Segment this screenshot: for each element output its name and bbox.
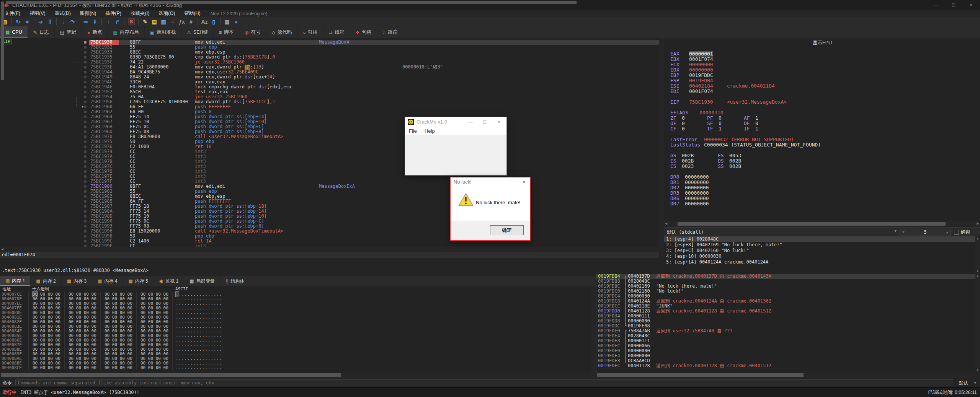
breakpoint-gutter[interactable]	[0, 109, 89, 114]
disassembly-pane[interactable]: EIP ► 75BC19308BFFmov edi,ediMessageBoxA…	[0, 38, 659, 247]
argument-row[interactable]: 4: [esp+10] 00000030	[664, 254, 980, 259]
breakpoint-gutter[interactable]	[0, 104, 89, 109]
breakpoint-gutter[interactable]	[0, 189, 89, 194]
crackme-minimize-button[interactable]: —	[463, 117, 477, 127]
disasm-hscrollbar-thumb[interactable]	[6, 1, 577, 4]
breakpoint-gutter[interactable]	[0, 234, 89, 239]
breakpoint-gutter[interactable]	[0, 229, 89, 234]
breakpoint-gutter[interactable]	[0, 60, 89, 65]
crackme-close-button[interactable]: ×	[492, 117, 506, 127]
stack-row[interactable]: 0019FDB4┌0040137D返回到 crackme.0040137D 自 …	[596, 274, 976, 279]
register-row[interactable]: DR300000000	[664, 190, 980, 196]
crackme-titlebar[interactable]: CrackMe v1.0 —□×	[405, 117, 506, 127]
restart-icon[interactable]: ↻	[13, 18, 23, 26]
tab-symbols[interactable]: ◎符号	[239, 26, 266, 38]
stack-vscrollbar[interactable]: ▲ ▼	[975, 274, 980, 373]
breakpoint-gutter[interactable]	[0, 139, 89, 144]
show-fpu-button[interactable]: 显示FPU	[664, 40, 980, 46]
menu-item[interactable]: 插件(P)	[101, 10, 126, 17]
register-row[interactable]: ZF0PF0AF1	[664, 116, 980, 121]
tab-log[interactable]: ✎日志	[28, 26, 55, 38]
argument-row[interactable]: 5: [esp+14] 0040124A crackme.0040124A	[664, 259, 980, 265]
step-into-icon[interactable]: ↓	[59, 18, 68, 26]
breakpoint-gutter[interactable]	[0, 204, 89, 209]
register-row[interactable]: ESI00402184crackme.00402184	[664, 83, 980, 89]
breakpoint-gutter[interactable]	[0, 40, 89, 45]
stop-icon[interactable]: ■	[23, 18, 32, 26]
breakpoint-gutter[interactable]	[0, 244, 89, 247]
register-row[interactable]: CS0023SS002B	[664, 164, 980, 169]
preferences-icon[interactable]: ●	[232, 18, 241, 26]
breakpoint-gutter[interactable]	[0, 174, 89, 179]
menu-item[interactable]: 收藏夹(I)	[126, 10, 154, 17]
breakpoint-gutter[interactable]	[0, 45, 89, 50]
attach-icon[interactable]: ▯	[209, 18, 218, 26]
breakpoint-gutter[interactable]	[0, 85, 89, 89]
breakpoint-gutter[interactable]	[0, 114, 89, 119]
stack-row[interactable]: 0019FDD0│00401128返回到 crackme.00401128 自 …	[596, 309, 976, 314]
arguments-vscrollbar[interactable]: ▲ ▼	[975, 236, 980, 274]
tab-threads[interactable]: ⇉线程	[323, 26, 350, 38]
tab-memory-map[interactable]: ▦内存布局	[108, 26, 144, 38]
crackme-maximize-button[interactable]: □	[477, 117, 492, 127]
argument-count-spinner[interactable]: ▼ 5 ▲	[900, 229, 951, 236]
register-row[interactable]: LastStatusC0000034 (STATUS_OBJECT_NAME_N…	[664, 142, 980, 148]
stack-row[interactable]: 0019FDC8│0040124A返回到 crackme.0040124A 自 …	[596, 299, 976, 304]
tab-seh[interactable]: ⚠SEH链	[181, 26, 214, 38]
breakpoint-gutter[interactable]	[0, 65, 89, 70]
stack-row[interactable]: 0019FDC0│00402160"No luck!"	[596, 289, 976, 294]
register-row[interactable]: OF0SF0DF0	[664, 121, 980, 126]
stack-row[interactable]: 0019FDE0┌75B847AB返回到 user32.75B847AB 自 ?…	[596, 329, 976, 334]
breakpoint-gutter[interactable]	[0, 209, 89, 214]
register-row[interactable]: DR200000000	[664, 185, 980, 190]
no-luck-dialog[interactable]: No luck! × No luck there, mate! 确定	[450, 177, 531, 241]
register-row[interactable]: EDI0001F074	[664, 89, 980, 94]
stack-row[interactable]: 0019FDCC│0040218E"JUNK"	[596, 304, 976, 309]
dump-hscrollbar-thumb[interactable]	[1, 373, 341, 377]
registers-pane[interactable]: 显示FPU EAX00000001EBX0001F074ECX00000000E…	[664, 38, 980, 227]
command-input[interactable]	[15, 379, 953, 386]
trace-coverage-icon[interactable]: ≡	[168, 18, 177, 26]
breakpoint-gutter[interactable]	[0, 179, 89, 184]
dump-vscrollbar[interactable]	[591, 286, 596, 373]
stack-row[interactable]: 0019FDFC00401128返回到 crackme.00401128 自 c…	[596, 363, 976, 368]
breakpoint-gutter[interactable]	[0, 99, 89, 104]
hash-icon[interactable]: #	[186, 18, 196, 26]
breakpoint-gutter[interactable]	[0, 70, 89, 75]
disasm-vscrollbar[interactable]	[659, 38, 664, 252]
register-row[interactable]: LastError00000032 (ERROR_NOT_SUPPORTED)	[664, 137, 980, 142]
stack-row[interactable]: 0019FDF8│DCBAABCD	[596, 358, 976, 363]
disasm-vscrollbar-thumb[interactable]	[1, 2, 4, 80]
stack-hscrollbar-thumb[interactable]	[597, 373, 804, 377]
register-row[interactable]: EBP0019FDDC	[664, 73, 980, 78]
tab-source[interactable]: ◇源代码	[266, 26, 298, 38]
breakpoint-gutter[interactable]	[0, 164, 89, 169]
tab-watch-1[interactable]: ◉监视 1	[154, 276, 185, 286]
tab-call-stack[interactable]: ▣调用堆栈	[145, 26, 181, 38]
maximize-button[interactable]: □	[945, 0, 962, 10]
stack-row[interactable]: 0019FDF4│00000000	[596, 353, 976, 358]
register-row[interactable]: DR100000000	[664, 180, 980, 185]
tab-cpu[interactable]: ▦CPU	[0, 26, 28, 38]
tab-memory-5[interactable]: ▦内存 5	[123, 276, 154, 286]
execute-till-return-icon[interactable]: ⇒	[81, 18, 90, 26]
tab-locals[interactable]: ▤局部变量	[184, 276, 220, 286]
breakpoint-gutter[interactable]	[0, 154, 89, 159]
run-to-user-code-icon[interactable]: ↱	[113, 18, 122, 26]
register-row[interactable]: EAX00000001	[664, 51, 980, 57]
breakpoint-gutter[interactable]	[0, 219, 89, 224]
register-row[interactable]: GS002BFS0053	[664, 153, 980, 158]
breakpoint-gutter[interactable]	[0, 50, 89, 55]
patch-icon[interactable]: ✎	[140, 18, 150, 26]
stack-row[interactable]: 0019FDD4│00000111	[596, 314, 976, 319]
breakpoint-gutter[interactable]	[0, 194, 89, 199]
step-into-trace-icon[interactable]: ⇓	[90, 18, 100, 26]
disasm-row[interactable]: 75BC199ECCint3	[0, 244, 659, 247]
register-row[interactable]: ES002BDS002B	[664, 158, 980, 164]
breakpoint-gutter[interactable]	[0, 144, 89, 149]
breakpoint-gutter[interactable]	[0, 124, 89, 129]
breakpoint-gutter[interactable]	[0, 55, 89, 60]
dump-row[interactable]: 004008CE00 00 00 0000 00 00 0000 00 00 0…	[0, 366, 591, 370]
stack-row[interactable]: 0019FDEC│00000066	[596, 343, 976, 348]
dialog-close-button[interactable]: ×	[518, 179, 530, 185]
